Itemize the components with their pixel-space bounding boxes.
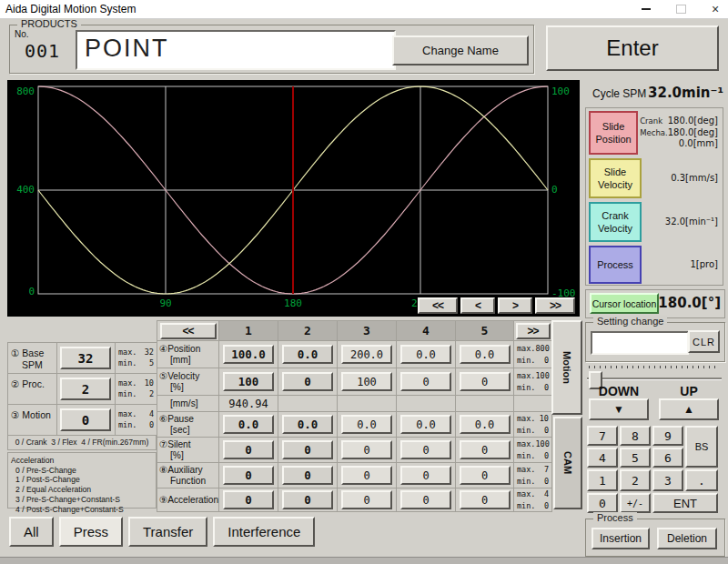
monitor-row-crank-velocity: Crank Velocity32.0[min⁻¹] — [589, 202, 720, 242]
param-value-button-proc[interactable]: 2 — [60, 378, 111, 400]
product-name-field[interactable]: POINT — [76, 30, 396, 70]
auxiliary-function-cell-2[interactable]: 0 — [282, 466, 333, 485]
velocity-cell-3[interactable]: 100 — [341, 372, 392, 391]
silent-cell-4[interactable]: 0 — [400, 440, 451, 459]
pause-cell-3[interactable]: 0.0 — [341, 415, 392, 434]
auxiliary-function-cell-4[interactable]: 0 — [400, 466, 451, 485]
column-header-1: 1 — [219, 321, 278, 341]
velocity-cell-1[interactable]: 100 — [223, 372, 274, 391]
up-button[interactable]: ▲ — [659, 398, 719, 420]
row-label-acceleration: ⑨Acceleration — [157, 488, 219, 512]
clr-button[interactable]: CLR — [688, 330, 720, 353]
key-7[interactable]: 7 — [587, 426, 618, 446]
pause-cell-5[interactable]: 0.0 — [460, 415, 511, 434]
key-0[interactable]: 0 — [587, 493, 618, 513]
row-label-pause: ⑥Pause[sec] — [157, 412, 219, 438]
key-9[interactable]: 9 — [652, 426, 683, 446]
product-name: POINT — [85, 35, 169, 63]
key-4[interactable]: 4 — [587, 448, 618, 468]
slide-position-value-line: Crank180.0[deg] — [638, 116, 718, 127]
graph-scroll-far-right-button[interactable]: >> — [535, 297, 575, 314]
svg-text:0: 0 — [28, 286, 35, 297]
param-value-button-motion[interactable]: 0 — [60, 408, 111, 431]
key-backspace[interactable]: BS — [685, 426, 718, 468]
acceleration-note-title: Acceleration — [11, 456, 156, 466]
insertion-button[interactable]: Insertion — [592, 528, 650, 549]
position-cell-1[interactable]: 100.0 — [223, 345, 274, 364]
acceleration-cell-2[interactable]: 0 — [282, 490, 333, 509]
setting-slider[interactable] — [587, 366, 722, 386]
pause-cell-1[interactable]: 0.0 — [223, 415, 274, 434]
graph-scroll-controls: <<<>>> — [418, 297, 575, 314]
down-button[interactable]: ▼ — [589, 398, 649, 420]
key-dot[interactable]: . — [685, 469, 718, 491]
process-button[interactable]: Process — [589, 246, 642, 284]
row-limits-position: max.800min.0 — [514, 341, 552, 368]
maximize-button[interactable] — [673, 2, 688, 16]
key-6[interactable]: 6 — [652, 448, 683, 468]
change-name-button[interactable]: Change Name — [392, 35, 529, 65]
graph-scroll-left-button[interactable]: < — [460, 297, 495, 314]
view-button-interference[interactable]: Interference — [213, 517, 315, 547]
acceleration-cell-1[interactable]: 0 — [223, 490, 274, 509]
velocity-cell-2[interactable]: 0 — [282, 372, 333, 391]
view-button-all[interactable]: All — [9, 517, 54, 547]
silent-cell-2[interactable]: 0 — [282, 440, 333, 459]
key-1[interactable]: 1 — [587, 469, 618, 491]
acceleration-cell-3[interactable]: 0 — [341, 490, 392, 509]
row-label-silent: ⑦Silent[%] — [157, 438, 219, 463]
acceleration-cell-5[interactable]: 0 — [460, 490, 511, 509]
tab-motion[interactable]: Motion — [551, 320, 582, 415]
crank-velocity-button[interactable]: Crank Velocity — [589, 202, 642, 242]
pause-cell-4[interactable]: 0.0 — [400, 415, 451, 434]
key-enter[interactable]: ENT — [652, 493, 718, 513]
minimize-button[interactable] — [639, 2, 653, 16]
position-cell-5[interactable]: 0.0 — [460, 345, 511, 364]
cycle-spm-label: Cycle SPM — [592, 87, 646, 100]
silent-cell-5[interactable]: 0 — [460, 440, 511, 459]
table-scroll-next-button[interactable]: >> — [516, 323, 551, 339]
cursor-location-button[interactable]: Cursor location — [590, 293, 659, 314]
acceleration-note-item: 3 / Pre-S-Change+Constant-S — [11, 495, 156, 505]
enter-button[interactable]: Enter — [546, 25, 719, 71]
monitor-row-slide-velocity: Slide Velocity0.3[mm/s] — [589, 158, 720, 198]
param-label-proc: ② Proc. — [8, 374, 57, 405]
up-arrow-icon: ▲ — [683, 403, 694, 416]
pause-cell-2[interactable]: 0.0 — [282, 415, 333, 434]
position-cell-3[interactable]: 200.0 — [341, 345, 392, 364]
slider-track[interactable] — [587, 378, 722, 380]
acceleration-cell-4[interactable]: 0 — [400, 490, 451, 509]
key-2[interactable]: 2 — [620, 469, 651, 491]
auxiliary-function-cell-3[interactable]: 0 — [341, 466, 392, 485]
key-5[interactable]: 5 — [620, 448, 651, 468]
velocity-cell-5[interactable]: 0 — [460, 372, 511, 391]
silent-cell-3[interactable]: 0 — [341, 440, 392, 459]
graph-scroll-right-button[interactable]: > — [498, 297, 532, 314]
position-cell-2[interactable]: 0.0 — [282, 345, 333, 364]
slider-ticks — [589, 366, 720, 368]
view-button-press[interactable]: Press — [59, 517, 123, 547]
auxiliary-function-cell-1[interactable]: 0 — [223, 466, 274, 485]
crank-velocity-values: 32.0[min⁻¹] — [642, 202, 720, 242]
row-limits-acceleration: max.4min.0 — [514, 488, 552, 512]
silent-cell-1[interactable]: 0 — [223, 440, 274, 459]
svg-text:800: 800 — [16, 86, 35, 97]
auxiliary-function-cell-5[interactable]: 0 — [460, 466, 511, 485]
key-8[interactable]: 8 — [620, 426, 651, 446]
slide-position-button[interactable]: Slide Position — [589, 111, 638, 155]
param-value-button-base-spm[interactable]: 32 — [60, 347, 111, 369]
slide-velocity-button[interactable]: Slide Velocity — [589, 158, 642, 198]
key-3[interactable]: 3 — [652, 469, 683, 491]
param-label-motion: ③ Motion — [8, 405, 57, 436]
deletion-button[interactable]: Deletion — [657, 528, 717, 549]
position-cell-4[interactable]: 0.0 — [400, 345, 451, 364]
velocity-cell-4[interactable]: 0 — [400, 372, 451, 391]
setting-input[interactable] — [591, 331, 689, 355]
close-button[interactable]: × — [708, 2, 723, 16]
tab-cam[interactable]: CAM — [553, 417, 582, 509]
graph-scroll-far-left-button[interactable]: << — [418, 297, 458, 314]
cycle-spm-row: Cycle SPM 32.0min⁻¹ — [585, 84, 723, 106]
table-scroll-prev-button[interactable]: << — [160, 323, 217, 339]
view-button-transfer[interactable]: Transfer — [128, 517, 207, 547]
key-plusminus[interactable]: +/- — [620, 493, 651, 513]
